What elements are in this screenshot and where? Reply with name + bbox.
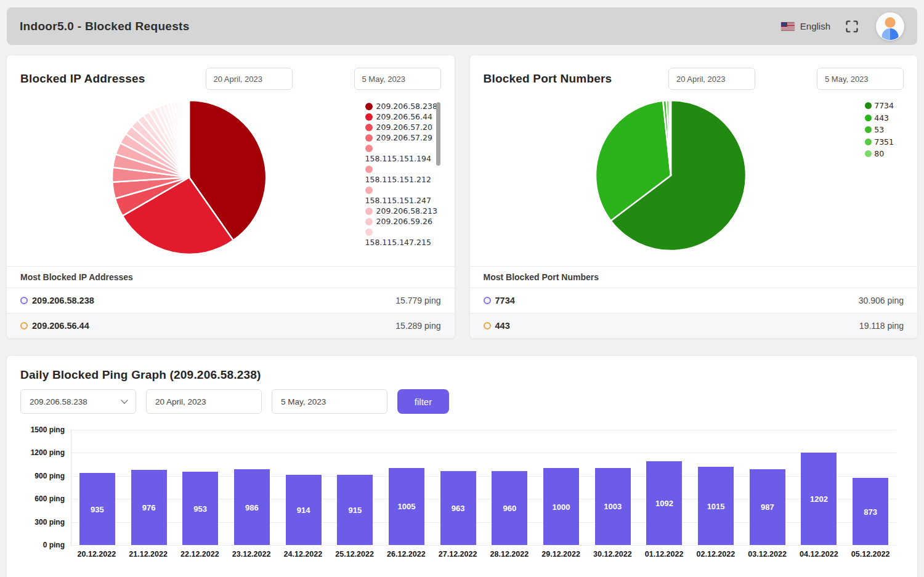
table-row: 209.206.58.238 15.779 ping: [7, 288, 455, 313]
bar-value-label: 976: [142, 503, 156, 512]
top-cards-row: Blocked IP Addresses 20 April, 2023 5 Ma…: [7, 55, 917, 338]
legend-label: 209.206.58.213: [376, 206, 437, 216]
x-axis-tick-label: 24.12.2022: [277, 550, 329, 559]
bar-value-label: 1015: [707, 501, 725, 510]
bar[interactable]: 1000: [543, 468, 579, 545]
date-to-input[interactable]: 5 May, 2023: [272, 389, 387, 414]
bar[interactable]: 987: [750, 469, 785, 545]
legend-item[interactable]: 158.115.151.212: [365, 164, 431, 184]
blocked-ports-legend: 773444353735180: [865, 101, 894, 161]
x-axis-labels: 20.12.202221.12.202222.12.202223.12.2022…: [71, 550, 896, 559]
legend-item[interactable]: 53: [865, 125, 894, 134]
row-value: 19.118 ping: [859, 321, 904, 331]
date-to-input[interactable]: 5 May, 2023: [354, 68, 441, 90]
legend-dot-icon: [365, 218, 373, 225]
legend-dot-icon: [365, 187, 373, 194]
x-axis-tick-label: 21.12.2022: [123, 550, 174, 559]
x-axis-tick-label: 28.12.2022: [484, 550, 535, 559]
row-value: 15.779 ping: [395, 296, 440, 305]
legend-item[interactable]: 158.115.151.247: [365, 185, 431, 205]
legend-label: 209.206.57.20: [376, 123, 432, 132]
date-from-input[interactable]: 20 April, 2023: [146, 389, 262, 414]
legend-label: 80: [874, 149, 884, 158]
legend-item[interactable]: 209.206.58.213: [365, 206, 437, 216]
date-from-input[interactable]: 20 April, 2023: [206, 68, 293, 90]
legend-label: 209.206.59.26: [376, 217, 432, 226]
bar[interactable]: 960: [492, 471, 527, 545]
daily-bar-chart[interactable]: 1500 ping1200 ping900 ping600 ping300 pi…: [20, 430, 904, 570]
bar[interactable]: 1005: [389, 468, 424, 545]
blocked-ports-card: Blocked Port Numbers 20 April, 2023 5 Ma…: [470, 55, 918, 338]
daily-ping-card: Daily Blocked Ping Graph (209.206.58.238…: [7, 356, 917, 577]
legend-item[interactable]: 158.115.151.194: [365, 143, 431, 163]
row-label: 443: [495, 321, 510, 331]
legend-dot-icon: [365, 134, 373, 142]
bar[interactable]: 963: [440, 471, 476, 545]
x-axis-tick-label: 20.12.2022: [71, 550, 123, 559]
legend-label: 209.206.56.44: [376, 112, 432, 121]
x-axis-tick-label: 27.12.2022: [432, 550, 484, 559]
language-selector[interactable]: English: [800, 21, 830, 31]
chevron-down-icon: [121, 397, 128, 403]
bar[interactable]: 873: [853, 478, 888, 545]
bar-value-label: 915: [348, 505, 362, 514]
x-axis-tick-label: 29.12.2022: [535, 550, 587, 559]
legend-item[interactable]: 209.206.58.238: [365, 102, 437, 111]
bar[interactable]: 1092: [646, 461, 682, 545]
bar[interactable]: 935: [79, 473, 115, 545]
filter-button[interactable]: filter: [397, 389, 449, 414]
bar[interactable]: 915: [337, 475, 373, 545]
legend-scrollbar[interactable]: [436, 102, 440, 166]
blocked-ip-pie-chart[interactable]: [110, 99, 268, 259]
legend-item[interactable]: 209.206.59.26: [365, 217, 432, 226]
bar[interactable]: 976: [131, 470, 167, 545]
legend-item[interactable]: 7734: [865, 101, 894, 110]
table-row: 209.206.56.44 15.289 ping: [7, 313, 455, 338]
y-axis-tick-label: 900 ping: [20, 472, 65, 480]
legend-dot-icon: [865, 115, 872, 121]
legend-dot-icon: [365, 208, 373, 215]
bar-value-label: 963: [452, 503, 465, 512]
x-axis-tick-label: 25.12.2022: [329, 550, 381, 559]
blocked-ports-pie-section: 773444353735180: [470, 90, 918, 266]
bar[interactable]: 914: [286, 475, 322, 545]
legend-item[interactable]: 7351: [865, 137, 894, 147]
row-marker-icon: [484, 297, 491, 304]
legend-list: 773444353735180: [865, 101, 894, 158]
fullscreen-icon: [845, 20, 859, 33]
most-blocked-ip-title: Most Blocked IP Addresses: [7, 266, 455, 288]
legend-item[interactable]: 158.115.147.215: [365, 227, 431, 247]
bar-value-label: 935: [91, 504, 104, 514]
row-value: 15.289 ping: [395, 321, 440, 331]
date-from-input[interactable]: 20 April, 2023: [668, 68, 755, 90]
blocked-ports-pie-chart[interactable]: [594, 99, 748, 255]
legend-item[interactable]: 209.206.57.20: [365, 123, 432, 132]
legend-dot-icon: [865, 150, 872, 157]
fullscreen-button[interactable]: [845, 20, 859, 33]
bar-value-label: 914: [297, 506, 310, 515]
legend-label: 7734: [874, 101, 894, 110]
legend-item[interactable]: 209.206.57.29: [365, 133, 432, 142]
bar[interactable]: 953: [182, 472, 218, 545]
legend-item[interactable]: 209.206.56.44: [365, 112, 432, 121]
user-avatar[interactable]: [876, 12, 904, 41]
legend-list: 209.206.58.238 209.206.56.44 209.206.57.…: [365, 101, 439, 265]
legend-label: 209.206.58.238: [376, 102, 437, 111]
bar[interactable]: 986: [234, 469, 270, 545]
bar[interactable]: 1202: [801, 453, 837, 545]
blocked-ports-card-header: Blocked Port Numbers 20 April, 2023 5 Ma…: [470, 55, 918, 90]
legend-item[interactable]: 443: [865, 113, 894, 123]
bar-value-label: 953: [193, 504, 207, 513]
ip-select[interactable]: 209.206.58.238: [20, 389, 136, 414]
x-axis-tick-label: 22.12.2022: [174, 550, 226, 559]
x-axis-tick-label: 03.12.2022: [742, 550, 793, 559]
avatar-person-icon: [876, 12, 904, 41]
bar-value-label: 873: [864, 507, 877, 516]
bar[interactable]: 1003: [595, 468, 631, 545]
legend-dot-icon: [365, 103, 373, 110]
legend-dot-icon: [865, 126, 872, 133]
daily-ping-title: Daily Blocked Ping Graph (209.206.58.238…: [20, 368, 904, 382]
date-to-input[interactable]: 5 May, 2023: [817, 68, 904, 90]
bar[interactable]: 1015: [698, 467, 734, 545]
legend-item[interactable]: 80: [865, 149, 894, 158]
